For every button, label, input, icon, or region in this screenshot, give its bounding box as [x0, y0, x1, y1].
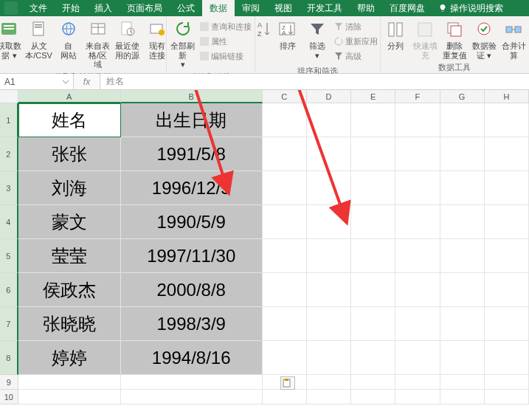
- cell[interactable]: [440, 137, 485, 171]
- edit-links-button[interactable]: 编辑链接: [200, 49, 252, 63]
- row-header-7[interactable]: 7: [0, 307, 18, 341]
- cell[interactable]: 1994/8/16: [121, 341, 263, 375]
- cell[interactable]: [395, 273, 440, 307]
- cell[interactable]: [351, 341, 395, 375]
- cell[interactable]: [440, 239, 485, 273]
- cell[interactable]: 婷婷: [18, 341, 121, 375]
- cell[interactable]: [485, 171, 529, 205]
- tab-layout[interactable]: 页面布局: [120, 0, 170, 17]
- cell[interactable]: [395, 307, 440, 341]
- flash-fill-button[interactable]: 快速填充: [410, 18, 440, 61]
- advanced-filter-button[interactable]: 高级: [334, 49, 378, 63]
- cell[interactable]: [263, 307, 307, 341]
- sort-button[interactable]: ZA排序: [273, 18, 302, 52]
- cell[interactable]: [307, 307, 351, 341]
- cell[interactable]: [307, 103, 351, 137]
- cell[interactable]: [121, 375, 263, 390]
- cell[interactable]: [351, 375, 395, 390]
- spreadsheet-grid[interactable]: A B C D E F G H 1姓名出生日期2张张1991/5/83刘海199…: [0, 90, 529, 420]
- cell[interactable]: [18, 375, 121, 390]
- cell[interactable]: [440, 103, 485, 137]
- tell-me-search[interactable]: 操作说明搜索: [438, 2, 503, 15]
- cell[interactable]: [485, 137, 529, 171]
- cell[interactable]: [440, 171, 485, 205]
- row-header-9[interactable]: 9: [0, 375, 18, 390]
- tab-dev[interactable]: 开发工具: [300, 0, 350, 17]
- col-header-A[interactable]: A: [18, 90, 121, 103]
- cell[interactable]: [485, 307, 529, 341]
- cell[interactable]: [263, 103, 307, 137]
- cell[interactable]: [351, 137, 395, 171]
- text-to-columns-button[interactable]: 分列: [381, 18, 410, 52]
- tab-view[interactable]: 视图: [267, 0, 300, 17]
- cell[interactable]: [395, 341, 440, 375]
- cell[interactable]: [351, 171, 395, 205]
- col-header-B[interactable]: B: [121, 90, 263, 103]
- tab-review[interactable]: 审阅: [235, 0, 267, 17]
- cell[interactable]: [263, 205, 307, 239]
- col-header-C[interactable]: C: [263, 90, 307, 103]
- queries-connections-button[interactable]: 查询和连接: [200, 19, 252, 34]
- cell[interactable]: 1996/12/5: [121, 171, 263, 205]
- cell[interactable]: 张张: [18, 137, 121, 171]
- cell[interactable]: 莹莹: [18, 239, 121, 273]
- filter-button[interactable]: 筛选 ▾: [302, 18, 332, 61]
- cell[interactable]: [351, 239, 395, 273]
- cell[interactable]: [263, 171, 307, 205]
- properties-button[interactable]: 属性: [200, 34, 252, 49]
- cell[interactable]: 1997/11/30: [121, 239, 263, 273]
- cell[interactable]: [440, 273, 485, 307]
- cell[interactable]: [307, 390, 351, 404]
- data-validation-button[interactable]: 数据验 证 ▾: [469, 18, 499, 61]
- cell[interactable]: 出生日期: [121, 103, 263, 137]
- cell[interactable]: [263, 341, 307, 375]
- cell[interactable]: [263, 239, 307, 273]
- cell[interactable]: [351, 273, 395, 307]
- row-header-4[interactable]: 4: [0, 205, 18, 239]
- name-box[interactable]: A1: [0, 74, 74, 89]
- cell[interactable]: [485, 205, 529, 239]
- cell[interactable]: 1998/3/9: [121, 307, 263, 341]
- refresh-all-button[interactable]: 全部刷新 ▾: [168, 18, 198, 71]
- cell[interactable]: [307, 341, 351, 375]
- row-header-10[interactable]: 10: [0, 390, 18, 404]
- cell[interactable]: [121, 390, 263, 404]
- col-header-D[interactable]: D: [307, 90, 351, 103]
- cell[interactable]: 2000/8/8: [121, 273, 263, 307]
- cell[interactable]: [485, 390, 529, 404]
- col-header-G[interactable]: G: [440, 90, 485, 103]
- cell[interactable]: [485, 341, 529, 375]
- formula-input[interactable]: 姓名: [100, 74, 529, 89]
- cell[interactable]: [485, 375, 529, 390]
- sort-az-button[interactable]: AZ: [255, 18, 273, 43]
- cell[interactable]: [263, 273, 307, 307]
- select-all-corner[interactable]: [0, 90, 18, 103]
- recent-sources-button[interactable]: 最近使 用的源: [113, 18, 142, 61]
- row-header-2[interactable]: 2: [0, 137, 18, 171]
- cell[interactable]: [440, 307, 485, 341]
- paste-options-badge[interactable]: [280, 376, 295, 390]
- cell[interactable]: [307, 205, 351, 239]
- tab-data[interactable]: 数据: [202, 0, 235, 17]
- col-header-E[interactable]: E: [351, 90, 395, 103]
- tab-insert[interactable]: 插入: [87, 0, 120, 17]
- tab-file[interactable]: 文件: [22, 0, 55, 17]
- cell[interactable]: [395, 239, 440, 273]
- reapply-button[interactable]: 重新应用: [334, 34, 378, 49]
- cell[interactable]: 张晓晓: [18, 307, 121, 341]
- from-table-range-button[interactable]: 来自表 格/区域: [83, 18, 113, 71]
- from-text-csv-button[interactable]: 从文 本/CSV: [24, 18, 54, 61]
- cell[interactable]: 姓名: [18, 103, 121, 137]
- cell[interactable]: [18, 390, 121, 404]
- col-header-H[interactable]: H: [485, 90, 529, 103]
- cell[interactable]: [440, 205, 485, 239]
- cell[interactable]: [263, 390, 307, 404]
- cell[interactable]: 1991/5/8: [121, 137, 263, 171]
- get-data-button[interactable]: 获取数 据 ▾: [0, 18, 24, 61]
- col-header-F[interactable]: F: [395, 90, 440, 103]
- cell[interactable]: [307, 137, 351, 171]
- cell[interactable]: [395, 390, 440, 404]
- cell[interactable]: [395, 171, 440, 205]
- cell[interactable]: 侯政杰: [18, 273, 121, 307]
- row-header-6[interactable]: 6: [0, 273, 18, 307]
